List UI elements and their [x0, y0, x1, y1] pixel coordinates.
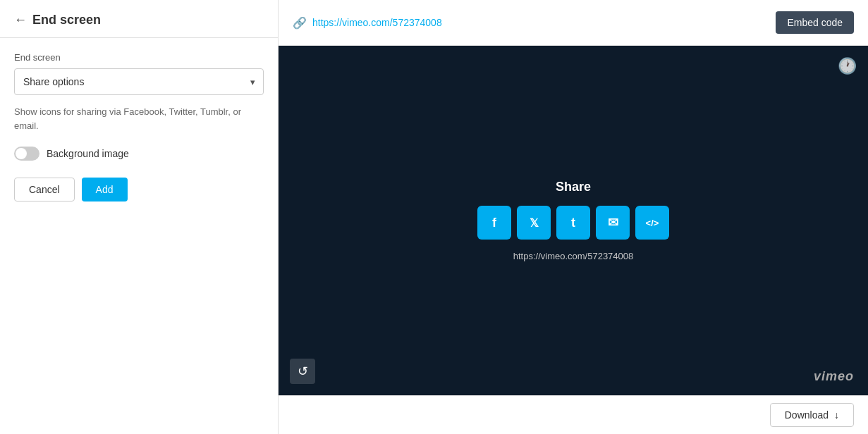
download-button[interactable]: Download ↓ [770, 403, 854, 427]
share-icons-row: f 𝕏 t ✉ </> [477, 206, 669, 240]
share-section: Share f 𝕏 t ✉ </> https://vimeo.com/5723… [477, 180, 669, 261]
tumblr-share-button[interactable]: t [556, 206, 590, 240]
download-label: Download [785, 409, 829, 421]
twitter-share-button[interactable]: 𝕏 [517, 206, 551, 240]
download-arrow-icon: ↓ [834, 409, 839, 421]
video-url-link[interactable]: https://vimeo.com/572374008 [312, 17, 442, 28]
toggle-label: Background image [47, 148, 129, 159]
dropdown-wrapper: Share options Subscribe button Loop vide… [14, 68, 264, 95]
embed-share-button[interactable]: </> [635, 206, 669, 240]
toggle-knob [16, 148, 27, 159]
add-button[interactable]: Add [82, 178, 128, 202]
video-preview: 🕐 Share f 𝕏 t ✉ </> https://vimeo.com/57… [279, 46, 868, 395]
left-panel: ← End screen End screen Share options Su… [0, 0, 279, 434]
url-row: 🔗 https://vimeo.com/572374008 [293, 16, 442, 30]
vimeo-watermark: vimeo [814, 369, 854, 384]
back-header: ← End screen [0, 0, 278, 38]
clock-icon: 🕐 [838, 57, 857, 75]
end-screen-dropdown[interactable]: Share options Subscribe button Loop vide… [14, 68, 264, 95]
embed-code-button[interactable]: Embed code [776, 11, 854, 34]
bottom-bar: Download ↓ [279, 395, 868, 434]
email-share-button[interactable]: ✉ [596, 206, 630, 240]
back-arrow-icon[interactable]: ← [14, 13, 27, 27]
right-panel: 🔗 https://vimeo.com/572374008 Embed code… [279, 0, 868, 434]
toggle-row: Background image [14, 147, 264, 161]
page-title: End screen [32, 13, 101, 27]
facebook-share-button[interactable]: f [477, 206, 511, 240]
share-url-text: https://vimeo.com/572374008 [513, 251, 634, 261]
background-image-toggle[interactable] [14, 147, 39, 161]
reset-button[interactable]: ↺ [290, 359, 315, 384]
link-icon: 🔗 [293, 16, 307, 30]
button-row: Cancel Add [14, 178, 264, 202]
top-bar: 🔗 https://vimeo.com/572374008 Embed code [279, 0, 868, 46]
share-title: Share [556, 180, 591, 194]
left-content: End screen Share options Subscribe butto… [0, 38, 278, 434]
field-label: End screen [14, 52, 264, 63]
cancel-button[interactable]: Cancel [14, 178, 75, 202]
description-text: Show icons for sharing via Facebook, Twi… [14, 105, 264, 132]
